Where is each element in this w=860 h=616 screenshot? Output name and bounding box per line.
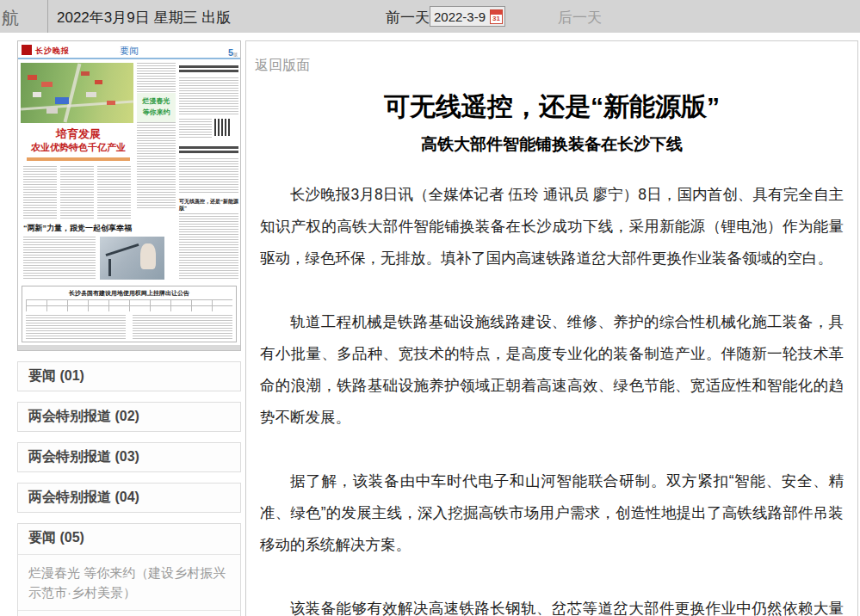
thumb-headline-bar [179,146,238,155]
thumb-mid-headline: “两新”力量，跟党一起创享幸福 [23,224,170,233]
next-day-link-disabled[interactable]: 后一天 [558,8,602,28]
thumb-text-column [133,315,232,339]
thumb-text-column [179,213,238,280]
thumb-aerial-photo [21,63,133,123]
thumb-text-column [60,166,94,219]
sidebar-section-04[interactable]: 两会特别报道 (04) [17,483,241,513]
calendar-icon[interactable]: 31 [490,9,503,24]
thumb-worker-photo [100,237,164,280]
topbar-divider [47,0,48,33]
back-to-page-link[interactable]: 返回版面 [255,57,310,75]
green-teaser-line2: 等你来约 [137,107,176,118]
page: 航 2022年3月9日 星期三 出版 前一天 31 后一天 长沙晚报 要闻 5版 [0,0,860,616]
calendar-icon-day: 31 [491,15,502,23]
photo-road [21,100,133,110]
thumb-page-unit: 版 [233,52,238,57]
notice-table [26,299,232,311]
thumb-text-column [26,315,126,339]
prev-day-link[interactable]: 前一天 [386,8,430,28]
photo-roof [41,82,53,87]
thumb-text-column [23,237,96,280]
sidebar-section-02[interactable]: 两会特别报道 (02) [17,402,241,432]
article-paragraph: 据了解，该装备由中车时代电子和山河智能联合研制。双方紧扣“智能、安全、精准、绿色… [260,465,844,561]
article-panel: 返回版面 可无线遥控，还是“新能源版” 高铁大部件智能铺换装备在长沙下线 长沙晚… [245,40,858,616]
sidebar: 长沙晚报 要闻 5版 烂漫春光 等你 [17,40,241,616]
thumb-green-teaser: 烂漫春光 等你来约 [137,93,176,122]
article: 可无线遥控，还是“新能源版” 高铁大部件智能铺换装备在长沙下线 长沙晚报3月8日… [246,41,857,616]
photo-road [64,64,82,123]
thumb-text-column [97,166,131,219]
thumb-masthead: 长沙晚报 要闻 5版 [18,41,240,59]
photo-roof [81,71,90,76]
thumb-page-info: 5版 [228,47,238,58]
date-input[interactable] [430,9,490,24]
article-link-2[interactable]: 培育发展农业优势特色千亿产业 [18,610,240,616]
newspaper-page-thumbnail[interactable]: 长沙晚报 要闻 5版 烂漫春光 等你 [17,40,241,351]
photo-roof [46,108,58,114]
photo-roof [33,92,41,97]
photo-roof [95,80,102,84]
red-headline-line1: 培育发展 [23,127,133,141]
article-subtitle: 高铁大部件智能铺换装备在长沙下线 [260,133,844,156]
thumb-section-name: 要闻 [18,45,240,58]
photo-roof [55,97,69,104]
sidebar-section-05-group: 要闻 (05) 烂漫春光 等你来约（建设乡村振兴示范市·乡村美景） 培育发展农业… [17,523,241,616]
machine-leg [108,259,111,276]
photo-roof [28,75,37,80]
thumb-text-column [179,158,238,193]
photo-roof [107,101,115,105]
thumb-text-column [137,63,176,209]
thumb-text-column [179,119,212,139]
qr-code-icon [214,119,232,136]
thumb-headline-bar [179,65,238,74]
thumb-text-column [179,77,238,115]
machine-arm [106,243,139,256]
worker-figure [140,243,156,269]
thumb-text-column [23,166,57,219]
sidebar-section-03[interactable]: 两会特别报道 (03) [17,442,241,472]
photo-roof [86,92,96,97]
date-picker[interactable]: 31 [430,6,505,27]
red-headline-line2: 农业优势特色千亿产业 [23,141,133,154]
article-body: 长沙晚报3月8日讯（全媒体记者 伍玲 通讯员 廖宁）8日，国内首创、具有完全自主… [260,179,844,616]
top-bar: 航 2022年3月9日 星期三 出版 前一天 31 后一天 [0,0,860,33]
article-paragraph: 该装备能够有效解决高速铁路长钢轨、岔芯等道岔大部件更换作业中仍然依赖大量人工和小… [260,593,844,616]
thumb-red-headline: 培育发展 农业优势特色千亿产业 [23,127,133,154]
article-link-1[interactable]: 烂漫春光 等你来约（建设乡村振兴示范市·乡村美景） [18,554,240,610]
sidebar-section-01[interactable]: 要闻 (01) [17,361,241,391]
publish-date-text: 2022年3月9日 星期三 出版 [57,8,231,28]
thumb-right-headline: 可无线遥控，还是“新能源版” [179,198,238,212]
thumb-subhead-bar [27,157,130,161]
nav-label-fragment[interactable]: 航 [2,7,19,30]
article-title: 可无线遥控，还是“新能源版” [260,89,844,125]
article-paragraph: 长沙晚报3月8日讯（全媒体记者 伍玲 通讯员 廖宁）8日，国内首创、具有完全自主… [260,179,844,274]
article-paragraph: 轨道工程机械是铁路基础设施线路建设、维修、养护的综合性机械化施工装备，具有小批量… [260,306,844,434]
notice-title: 长沙县国有建设用地使用权网上挂牌出让公告 [22,286,236,298]
thumb-land-notice: 长沙县国有建设用地使用权网上挂牌出让公告 [22,286,237,342]
green-teaser-line1: 烂漫春光 [137,95,176,107]
sidebar-section-05[interactable]: 要闻 (05) [18,524,240,554]
thumb-bottom-strip [18,345,240,350]
